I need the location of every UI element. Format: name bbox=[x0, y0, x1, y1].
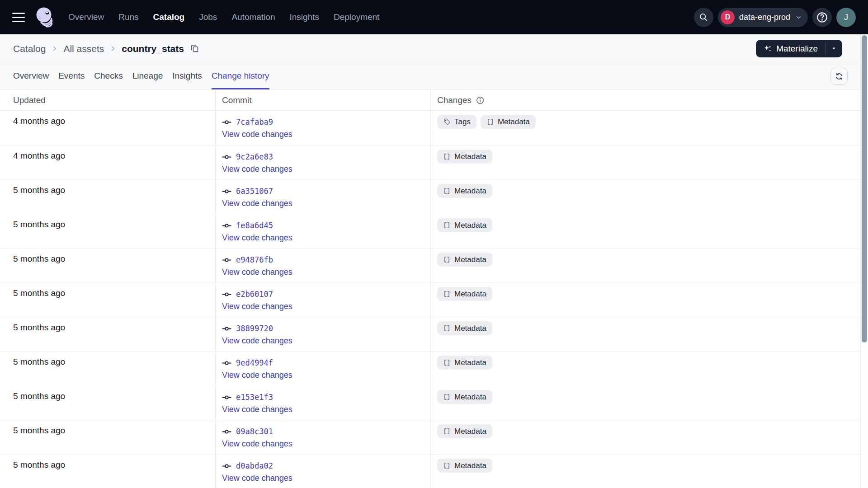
column-header-commit: Commit bbox=[215, 90, 430, 110]
brackets-icon bbox=[443, 427, 451, 435]
commit-icon bbox=[222, 324, 231, 333]
metadata-badge: Metadata bbox=[437, 184, 492, 198]
brackets-icon bbox=[443, 153, 451, 160]
help-icon bbox=[816, 11, 828, 23]
commit-hash-link[interactable]: 6a351067 bbox=[236, 187, 273, 196]
view-code-changes-link[interactable]: View code changes bbox=[222, 302, 292, 311]
commit-icon bbox=[222, 358, 231, 368]
commit-hash-link[interactable]: e153e1f3 bbox=[236, 393, 273, 402]
asset-name: country_stats bbox=[122, 43, 184, 54]
commit-hash-link[interactable]: d0abda02 bbox=[236, 461, 273, 470]
view-code-changes-link[interactable]: View code changes bbox=[222, 405, 292, 414]
menu-button[interactable] bbox=[12, 13, 25, 22]
updated-at: 5 months ago bbox=[13, 426, 65, 435]
tab-events[interactable]: Events bbox=[58, 71, 85, 89]
nav-item-insights[interactable]: Insights bbox=[290, 12, 319, 22]
materialize-button[interactable]: Materialize bbox=[756, 40, 825, 57]
tag-icon bbox=[443, 118, 451, 126]
vertical-scrollbar bbox=[860, 34, 868, 488]
metadata-badge: Metadata bbox=[437, 459, 492, 473]
change-history-row: 5 months ago e153e1f3 View code changes … bbox=[0, 385, 860, 420]
commit-hash-link[interactable]: e94876fb bbox=[236, 255, 273, 264]
changes-cell: Metadata bbox=[430, 214, 860, 248]
tab-lineage[interactable]: Lineage bbox=[132, 71, 163, 89]
changes-cell: Tags Metadata bbox=[430, 111, 860, 145]
view-code-changes-link[interactable]: View code changes bbox=[222, 130, 292, 139]
deployment-switcher[interactable]: D data-eng-prod bbox=[718, 8, 808, 27]
tab-insights[interactable]: Insights bbox=[172, 71, 202, 89]
search-button[interactable] bbox=[694, 8, 713, 27]
commit-hash-link[interactable]: 9ed4994f bbox=[236, 358, 273, 367]
updated-at: 5 months ago bbox=[13, 357, 65, 366]
deployment-badge: D bbox=[721, 10, 735, 24]
nav-item-jobs[interactable]: Jobs bbox=[199, 12, 217, 22]
change-history-row: 5 months ago 6a351067 View code changes … bbox=[0, 179, 860, 214]
changes-cell: Metadata bbox=[430, 352, 860, 385]
view-code-changes-link[interactable]: View code changes bbox=[222, 164, 292, 174]
view-code-changes-link[interactable]: View code changes bbox=[222, 336, 292, 346]
change-history-row: 5 months ago d0abda02 View code changes … bbox=[0, 454, 860, 488]
nav-item-overview[interactable]: Overview bbox=[68, 12, 104, 22]
change-history-row: 5 months ago e2b60107 View code changes … bbox=[0, 282, 860, 317]
breadcrumb-all-assets-link[interactable]: All assets bbox=[63, 43, 104, 54]
nav-item-deployment[interactable]: Deployment bbox=[334, 12, 379, 22]
changes-cell: Metadata bbox=[430, 180, 860, 214]
nav-item-runs[interactable]: Runs bbox=[118, 12, 138, 22]
commit-icon bbox=[222, 187, 231, 196]
commit-hash-link[interactable]: fe8a6d45 bbox=[236, 221, 273, 230]
sparkles-icon bbox=[763, 44, 772, 53]
updated-at: 5 months ago bbox=[13, 460, 65, 469]
refresh-button[interactable] bbox=[830, 68, 848, 85]
view-code-changes-link[interactable]: View code changes bbox=[222, 267, 292, 277]
commit-hash-link[interactable]: 7cafaba9 bbox=[236, 117, 273, 127]
asset-tabs: OverviewEventsChecksLineageInsightsChang… bbox=[0, 63, 868, 89]
updated-at: 5 months ago bbox=[13, 288, 65, 298]
changes-cell: Metadata bbox=[430, 145, 860, 179]
metadata-badge: Metadata bbox=[437, 150, 492, 164]
metadata-badge: Metadata bbox=[437, 218, 492, 232]
view-code-changes-link[interactable]: View code changes bbox=[222, 439, 292, 449]
change-history-table: Updated Commit Changes 4 months ago 7caf… bbox=[0, 90, 860, 488]
copy-icon bbox=[190, 43, 199, 53]
tab-change-history[interactable]: Change history bbox=[212, 71, 269, 89]
table-body: 4 months ago 7cafaba9 View code changes … bbox=[0, 111, 860, 488]
updated-at: 4 months ago bbox=[13, 116, 65, 126]
commit-icon bbox=[222, 393, 231, 402]
copy-asset-name-button[interactable] bbox=[190, 43, 199, 54]
breadcrumb: Catalog All assets country_stats Materia… bbox=[0, 34, 868, 63]
dagster-logo-icon bbox=[34, 6, 56, 28]
brackets-icon bbox=[443, 393, 451, 401]
tab-checks[interactable]: Checks bbox=[94, 71, 123, 89]
view-code-changes-link[interactable]: View code changes bbox=[222, 233, 292, 243]
nav-item-automation[interactable]: Automation bbox=[231, 12, 275, 22]
view-code-changes-link[interactable]: View code changes bbox=[222, 371, 292, 380]
asset-header: Catalog All assets country_stats Materia… bbox=[0, 34, 868, 89]
commit-hash-link[interactable]: 09a8c301 bbox=[236, 427, 273, 436]
metadata-badge: Metadata bbox=[437, 356, 492, 370]
updated-at: 5 months ago bbox=[13, 185, 65, 195]
materialize-options-button[interactable] bbox=[826, 40, 842, 57]
view-code-changes-link[interactable]: View code changes bbox=[222, 474, 292, 483]
metadata-badge: Metadata bbox=[437, 253, 492, 267]
table-header-row: Updated Commit Changes bbox=[0, 90, 860, 111]
tab-overview[interactable]: Overview bbox=[13, 71, 49, 89]
updated-at: 5 months ago bbox=[13, 391, 65, 401]
changes-cell: Metadata bbox=[430, 283, 860, 317]
help-button[interactable] bbox=[812, 8, 832, 27]
commit-icon bbox=[222, 255, 231, 265]
changes-cell: Metadata bbox=[430, 386, 860, 420]
commit-hash-link[interactable]: e2b60107 bbox=[236, 290, 273, 299]
updated-at: 4 months ago bbox=[13, 151, 65, 160]
change-history-row: 5 months ago 09a8c301 View code changes … bbox=[0, 420, 860, 454]
scrollbar-thumb[interactable] bbox=[862, 35, 867, 343]
view-code-changes-link[interactable]: View code changes bbox=[222, 199, 292, 208]
info-icon[interactable] bbox=[476, 96, 485, 105]
user-avatar[interactable]: J bbox=[836, 8, 856, 27]
nav-item-catalog[interactable]: Catalog bbox=[153, 12, 185, 22]
commit-hash-link[interactable]: 9c2a6e83 bbox=[236, 152, 273, 161]
breadcrumb-catalog-link[interactable]: Catalog bbox=[13, 43, 46, 54]
commit-icon bbox=[222, 117, 231, 127]
brackets-icon bbox=[443, 221, 451, 229]
change-history-row: 4 months ago 7cafaba9 View code changes … bbox=[0, 111, 860, 145]
commit-hash-link[interactable]: 38899720 bbox=[236, 324, 273, 333]
